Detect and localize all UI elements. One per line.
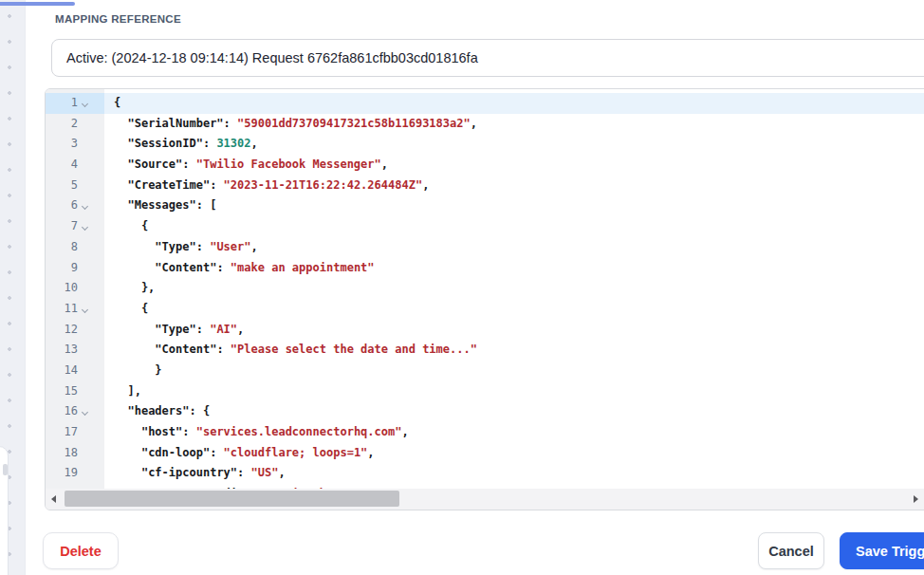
gutter-line-number: 4 (46, 155, 104, 176)
gutter-line-number: 7 (46, 216, 104, 237)
code-line: "CreateTime": "2023-11-21T16:22:42.26448… (114, 176, 924, 196)
horizontal-scrollbar[interactable] (46, 489, 924, 510)
gutter-line-number: 6 (46, 195, 104, 216)
gutter-line-number: 1 (46, 93, 104, 114)
gutter-line-number: 2 (46, 114, 104, 135)
scroll-left-icon[interactable] (51, 495, 56, 503)
gutter-line-number: 11 (46, 299, 104, 320)
code-line: "host": "services.leadconnectorhq.com", (114, 422, 924, 443)
code-line: "SerialNumber": "59001dd73709417321c58b1… (114, 114, 924, 135)
cancel-button[interactable]: Cancel (758, 532, 824, 569)
code-line: } (114, 361, 924, 381)
fold-toggle-icon[interactable] (78, 401, 95, 422)
gutter-line-number: 3 (46, 134, 104, 155)
gutter-line-number: 12 (46, 320, 104, 341)
code-line: "Type": "AI", (114, 320, 924, 341)
code-line: "Source": "Twilio Facebook Messenger", (114, 155, 924, 176)
fold-toggle-icon[interactable] (78, 93, 95, 114)
top-accent-bar (0, 2, 75, 6)
fold-spacer (78, 258, 95, 279)
fold-spacer (78, 320, 95, 341)
save-trigger-button[interactable]: Save Trigger (840, 532, 924, 569)
code-line: "cf-ipcountry": "US", (114, 463, 924, 484)
fold-toggle-icon[interactable] (78, 299, 95, 320)
code-line: "Content": "make an appointment" (114, 258, 924, 279)
editor-code[interactable]: { "SerialNumber": "59001dd73709417321c58… (104, 89, 924, 510)
code-line: "Content": "Please select the date and t… (114, 340, 924, 361)
section-label: MAPPING REFERENCE (55, 13, 181, 25)
fold-spacer (78, 237, 95, 258)
gutter-line-number: 16 (46, 401, 104, 422)
code-line: "SessionID": 31302, (114, 134, 924, 155)
editor-gutter: 1234567891011121314151617181920 (46, 89, 104, 510)
fold-toggle-icon[interactable] (78, 216, 95, 237)
code-line: ], (114, 381, 924, 402)
scroll-right-icon[interactable] (914, 495, 918, 503)
fold-spacer (78, 361, 95, 381)
gutter-line-number: 19 (46, 463, 104, 484)
fold-spacer (78, 340, 95, 361)
card-detail (3, 464, 8, 475)
gutter-line-number: 13 (46, 340, 104, 361)
fold-spacer (78, 114, 95, 135)
gutter-line-number: 9 (46, 258, 104, 279)
trigger-settings-panel: MAPPING REFERENCE Active: (2024-12-18 09… (25, 0, 924, 575)
scrollbar-thumb[interactable] (65, 491, 399, 507)
gutter-line-number: 10 (46, 278, 104, 299)
mapping-reference-select[interactable]: Active: (2024-12-18 09:14:14) Request 67… (51, 39, 924, 77)
code-line: { (104, 93, 924, 114)
fold-spacer (78, 381, 95, 402)
fold-spacer (78, 176, 95, 196)
code-line: "cdn-loop": "cloudflare; loops=1", (114, 443, 924, 464)
gutter-line-number: 8 (46, 237, 104, 258)
code-line: "Type": "User", (114, 237, 924, 258)
code-line: "Messages": [ (114, 195, 924, 216)
code-line: "headers": { (114, 401, 924, 422)
gutter-line-number: 17 (46, 422, 104, 443)
fold-spacer (78, 278, 95, 299)
delete-button[interactable]: Delete (43, 532, 119, 569)
fold-spacer (78, 422, 95, 443)
fold-spacer (78, 463, 95, 484)
fold-spacer (78, 155, 95, 176)
fold-spacer (78, 443, 95, 464)
gutter-line-number: 14 (46, 361, 104, 381)
code-line: }, (114, 278, 924, 299)
gutter-line-number: 18 (46, 443, 104, 464)
json-code-editor[interactable]: 1234567891011121314151617181920 { "Seria… (45, 88, 924, 510)
mapping-reference-select-value: Active: (2024-12-18 09:14:14) Request 67… (52, 50, 478, 65)
gutter-line-number: 15 (46, 381, 104, 402)
code-line: { (114, 216, 924, 237)
gutter-line-number: 5 (46, 176, 104, 196)
fold-toggle-icon[interactable] (78, 195, 95, 216)
code-line: { (114, 299, 924, 320)
workflow-node-card (0, 446, 9, 575)
screen: MAPPING REFERENCE Active: (2024-12-18 09… (0, 0, 924, 575)
fold-spacer (78, 134, 95, 155)
